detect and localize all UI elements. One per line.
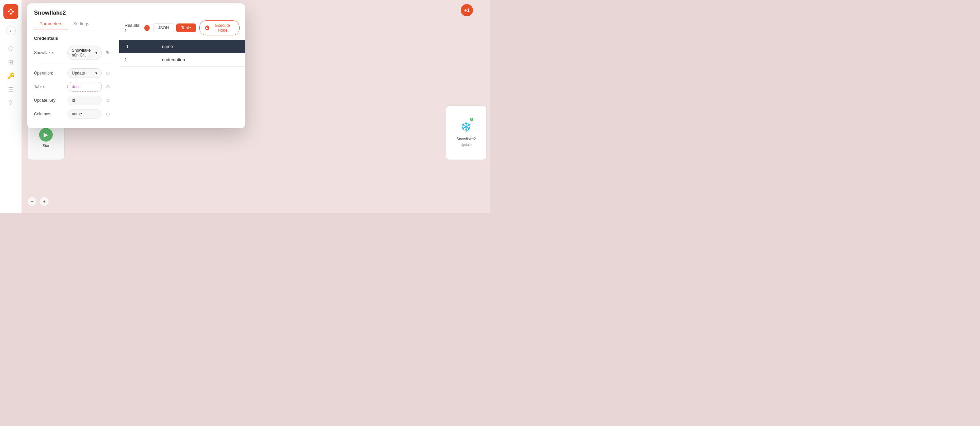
field-row-table: Table: docs ⚙ — [34, 82, 112, 92]
modal-title: Snowflake2 — [27, 3, 245, 16]
snowflake-field-control: Snowflake n8n Cr ... ▾ ✎ — [67, 46, 112, 60]
table-input[interactable]: docs — [67, 82, 102, 92]
execute-play-icon: ▶ — [205, 25, 209, 30]
modal-right-panel: Results: 1 i JSON Table ▶ Execute Node — [119, 16, 245, 128]
columns-input[interactable]: name — [67, 109, 102, 119]
table-row: 1nodemation — [119, 53, 245, 67]
update-key-input[interactable]: id — [67, 95, 102, 105]
table-cell-1: nodemation — [156, 53, 245, 67]
result-table: id name 1nodemation — [119, 40, 245, 67]
modal-left-panel: Parameters Settings Credentials Snowflak… — [27, 16, 119, 128]
results-count: Results: 1 — [124, 23, 142, 33]
table-gear-button[interactable]: ⚙ — [104, 83, 112, 91]
update-key-gear-button[interactable]: ⚙ — [104, 96, 112, 105]
results-left: Results: 1 i — [124, 23, 150, 33]
update-key-field-control: id ⚙ — [67, 95, 112, 105]
operation-field-label: Operation: — [34, 71, 65, 76]
col-id: id — [119, 40, 156, 53]
modal-overlay: ✕ Snowflake2 Parameters Settings Credent… — [0, 0, 490, 213]
table-cell-0: 1 — [119, 53, 156, 67]
chevron-down-icon: ▾ — [95, 50, 97, 55]
left-panel-content: Credentials Snowflake: Snowflake n8n Cr … — [27, 30, 119, 128]
columns-field-control: name ⚙ — [67, 109, 112, 119]
snowflake-select[interactable]: Snowflake n8n Cr ... ▾ — [67, 46, 102, 60]
operation-select[interactable]: Update ▾ — [67, 68, 102, 78]
result-table-container: id name 1nodemation — [119, 40, 245, 128]
execute-node-button[interactable]: ▶ Execute Node — [199, 21, 240, 35]
divider-1 — [34, 64, 112, 64]
results-bar: Results: 1 i JSON Table ▶ Execute Node — [119, 16, 245, 40]
columns-gear-button[interactable]: ⚙ — [104, 110, 112, 118]
chevron-down-icon-2: ▾ — [95, 71, 97, 76]
info-icon: i — [144, 25, 150, 31]
table-header-row: id name — [119, 40, 245, 53]
credentials-section-title: Credentials — [34, 36, 112, 41]
modal: ✕ Snowflake2 Parameters Settings Credent… — [27, 3, 245, 128]
view-toggle: JSON Table — [153, 24, 196, 32]
field-row-snowflake: Snowflake: Snowflake n8n Cr ... ▾ ✎ — [34, 46, 112, 60]
field-row-operation: Operation: Update ▾ ⚙ — [34, 68, 112, 78]
snowflake-field-label: Snowflake: — [34, 50, 65, 55]
tab-parameters[interactable]: Parameters — [34, 18, 68, 30]
field-row-columns: Columns: name ⚙ — [34, 109, 112, 119]
field-row-update-key: Update Key: id ⚙ — [34, 95, 112, 105]
snowflake-edit-button[interactable]: ✎ — [104, 49, 112, 57]
update-key-field-label: Update Key: — [34, 98, 65, 103]
table-field-label: Table: — [34, 84, 65, 89]
modal-tabs: Parameters Settings — [27, 18, 119, 30]
json-view-button[interactable]: JSON — [153, 24, 174, 32]
table-field-control: docs ⚙ — [67, 82, 112, 92]
table-view-button[interactable]: Table — [176, 24, 196, 32]
operation-gear-button[interactable]: ⚙ — [104, 69, 112, 77]
operation-field-control: Update ▾ ⚙ — [67, 68, 112, 78]
tab-settings[interactable]: Settings — [68, 18, 95, 30]
columns-field-label: Columns: — [34, 111, 65, 116]
col-name: name — [156, 40, 245, 53]
